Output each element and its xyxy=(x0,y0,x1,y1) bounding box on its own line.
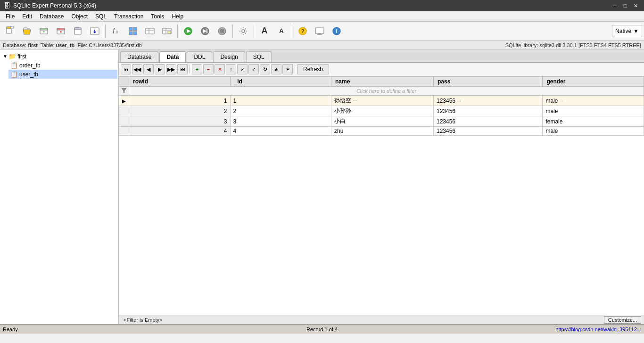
cell-pass-4[interactable]: 123456 xyxy=(434,127,543,136)
settings-button[interactable] xyxy=(235,23,251,39)
cell-pass-3[interactable]: 123456 xyxy=(434,116,543,127)
cell-pass-1[interactable]: 123456 ··· xyxy=(434,96,543,106)
cell-name-2[interactable]: 小孙孙 xyxy=(331,106,434,116)
table-area[interactable]: rowid _id name pass gender Click here to… xyxy=(119,76,644,315)
table-row[interactable]: ▶ 1 1 孙悟空 ··· 123456 ··· male ··· xyxy=(119,96,644,106)
cell-name-1[interactable]: 孙悟空 ··· xyxy=(331,96,434,106)
cancel-edit-button[interactable]: ✕ xyxy=(215,64,225,74)
cell-id-2[interactable]: 2 xyxy=(230,106,331,116)
cell-id-4[interactable]: 4 xyxy=(230,127,331,136)
tree-expand-toggle[interactable]: ▼ xyxy=(3,54,8,59)
data-table: rowid _id name pass gender Click here to… xyxy=(119,76,644,136)
tab-ddl[interactable]: DDL xyxy=(187,51,212,62)
tree-root-item[interactable]: ▼ 📁 first xyxy=(1,52,117,61)
col-header-name[interactable]: name xyxy=(331,77,434,87)
customize-button[interactable]: Customize... xyxy=(604,316,641,324)
tree-label-order-tb: order_tb xyxy=(19,62,41,69)
new-db-button[interactable] xyxy=(2,23,18,39)
tab-sql[interactable]: SQL xyxy=(246,51,272,62)
cell-id-3[interactable]: 3 xyxy=(230,116,331,127)
cell-rowid-2[interactable]: 2 xyxy=(129,106,231,116)
desktop-button[interactable] xyxy=(312,23,328,39)
menu-edit[interactable]: Edit xyxy=(18,12,36,21)
help-button[interactable]: ? xyxy=(295,23,311,39)
apply-button-1[interactable]: ✓ xyxy=(237,64,248,74)
table-row[interactable]: 3 3 小白 123456 female xyxy=(119,116,644,127)
menu-file[interactable]: File xyxy=(2,12,18,21)
stop-button[interactable] xyxy=(214,23,230,39)
nav-last-button[interactable]: ⏭ xyxy=(177,64,188,74)
tab-design[interactable]: Design xyxy=(213,51,245,62)
move-up-button[interactable]: ↑ xyxy=(226,64,236,74)
bottom-bar: <Filter is Empty> Customize... xyxy=(119,315,644,324)
compact-button[interactable] xyxy=(70,23,86,39)
step-forward-button[interactable] xyxy=(197,23,213,39)
menu-database[interactable]: Database xyxy=(36,12,67,21)
menu-transaction[interactable]: Transaction xyxy=(110,12,147,21)
nav-prev-button[interactable]: ◀ xyxy=(143,64,154,74)
nav-prev-page-button[interactable]: ◀◀ xyxy=(132,64,142,74)
col-header-rowid[interactable]: rowid xyxy=(129,77,231,87)
table-row[interactable]: 4 4 zhu 123456 male xyxy=(119,127,644,136)
nav-first-button[interactable]: ⏮ xyxy=(121,64,131,74)
minimize-button[interactable]: ─ xyxy=(610,1,619,10)
filter-row[interactable]: Click here to define a filter xyxy=(119,87,644,96)
nav-next-button[interactable]: ▶ xyxy=(155,64,165,74)
edit-table-button[interactable] xyxy=(159,23,175,39)
col-header-gender[interactable]: gender xyxy=(543,77,644,87)
export-button[interactable] xyxy=(87,23,103,39)
svg-rect-16 xyxy=(129,27,132,31)
nav-next-page-button[interactable]: ▶▶ xyxy=(166,64,176,74)
add-row-button[interactable]: + xyxy=(192,64,202,74)
cell-id-1[interactable]: 1 xyxy=(230,96,331,106)
cell-gender-2[interactable]: male xyxy=(543,106,644,116)
cell-name-3[interactable]: 小白 xyxy=(331,116,434,127)
menu-help[interactable]: Help xyxy=(168,12,187,21)
menu-object[interactable]: Object xyxy=(67,12,91,21)
svg-rect-31 xyxy=(206,29,207,33)
table-row[interactable]: 2 2 小孙孙 123456 male xyxy=(119,106,644,116)
cell-rowid-3[interactable]: 3 xyxy=(129,116,231,127)
play-button[interactable] xyxy=(180,23,196,39)
cell-gender-4[interactable]: male xyxy=(543,127,644,136)
tab-data[interactable]: Data xyxy=(159,51,186,62)
tree-item-order-tb[interactable]: 📋 order_tb xyxy=(8,61,117,70)
col-header-id[interactable]: _id xyxy=(230,77,331,87)
cell-rowid-4[interactable]: 4 xyxy=(129,127,231,136)
open-db-button[interactable] xyxy=(19,23,35,39)
cell-name-4[interactable]: zhu xyxy=(331,127,434,136)
delete-button[interactable]: × xyxy=(53,23,69,39)
asterisk-button[interactable]: ✶ xyxy=(282,64,293,74)
cell-rowid-1[interactable]: 1 xyxy=(129,96,231,106)
col-header-pass[interactable]: pass xyxy=(434,77,543,87)
table-add-button[interactable] xyxy=(142,23,158,39)
menu-tools[interactable]: Tools xyxy=(147,12,168,21)
font-small-button[interactable]: A xyxy=(273,23,289,39)
add-table-toolbar-button[interactable]: + xyxy=(36,23,52,39)
tree-item-user-tb[interactable]: 📋 user_tb xyxy=(8,70,117,79)
svg-marker-42 xyxy=(122,88,126,93)
cell-pass-2[interactable]: 123456 xyxy=(434,106,543,116)
font-large-button[interactable]: A xyxy=(256,23,272,39)
native-selector[interactable]: Native ▼ xyxy=(612,25,642,37)
tree-label-user-tb: user_tb xyxy=(19,71,38,78)
about-button[interactable]: i xyxy=(329,23,345,39)
db-info-bar: Database: first Table: user_tb File: C:\… xyxy=(0,41,644,50)
menu-sql[interactable]: SQL xyxy=(91,12,110,21)
tabs-bar: Database Data DDL Design SQL xyxy=(119,50,644,63)
tab-database[interactable]: Database xyxy=(120,51,158,62)
star-button[interactable]: ★ xyxy=(271,64,281,74)
maximize-button[interactable]: □ xyxy=(620,1,630,10)
function-button[interactable]: fx xyxy=(108,23,124,39)
grid-button[interactable] xyxy=(125,23,141,39)
refresh-button[interactable]: Refresh xyxy=(297,64,329,74)
apply-button-2[interactable]: ✓ xyxy=(248,64,259,74)
data-toolbar: ⏮ ◀◀ ◀ ▶ ▶▶ ⏭ + − ✕ ↑ ✓ ✓ ↻ ★ ✶ Refresh xyxy=(119,63,644,76)
url-info[interactable]: https://blog.csdn.net/wakin_395112... xyxy=(429,327,641,332)
filter-placeholder[interactable]: Click here to define a filter xyxy=(129,87,644,96)
delete-row-button[interactable]: − xyxy=(203,64,214,74)
refresh-icon-button[interactable]: ↻ xyxy=(260,64,270,74)
close-button[interactable]: ✕ xyxy=(631,1,640,10)
cell-gender-3[interactable]: female xyxy=(543,116,644,127)
cell-gender-1[interactable]: male ··· xyxy=(543,96,644,106)
